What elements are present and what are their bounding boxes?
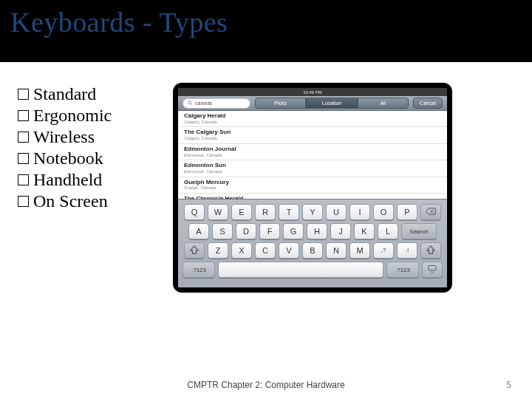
key[interactable]: D [236, 223, 256, 239]
status-time: 10:49 PM [303, 90, 322, 95]
row-sub: Guelph, Canada [184, 185, 441, 191]
key[interactable]: B [302, 242, 323, 259]
results-list[interactable]: Calgary HeraldCalgary, Canada The Calgar… [178, 111, 447, 199]
key[interactable]: C [255, 242, 276, 259]
key[interactable]: E [231, 204, 252, 220]
backspace-key[interactable] [420, 204, 441, 220]
key[interactable]: Z [208, 242, 228, 259]
row-title: Edmonton Sun [184, 163, 441, 169]
bullet-marker [18, 110, 29, 121]
list-item: Guelph MercuryGuelph, Canada [178, 177, 447, 194]
row-sub: Calgary, Canada [184, 120, 441, 125]
key[interactable]: A [188, 223, 209, 239]
bullet-label: Notebook [33, 149, 103, 168]
bullet-list: Standard Ergonomic Wireless Notebook Han… [18, 84, 166, 362]
key[interactable]: R [255, 204, 276, 220]
list-item: The Calgary SunCalgary, Canada [178, 127, 447, 143]
key[interactable]: T [279, 204, 299, 220]
slide-body: Standard Ergonomic Wireless Notebook Han… [0, 62, 532, 362]
key[interactable]: L [378, 223, 398, 239]
keyboard-row: .?123 .?123 [183, 262, 443, 278]
key[interactable]: W [208, 204, 228, 220]
keyboard-row: Q W E R T Y U I O P [183, 204, 443, 220]
page-number: 5 [506, 380, 511, 390]
onscreen-keyboard[interactable]: Q W E R T Y U I O P [178, 199, 447, 287]
ipad-illustration: 10:49 PM canada Picks Location All [177, 84, 517, 362]
bullet-marker [18, 196, 29, 207]
ipad-bezel: 10:49 PM canada Picks Location All [173, 83, 452, 293]
bullet-item: Standard [18, 84, 166, 104]
keyboard-row: A S D F G H J K L Search [183, 223, 443, 239]
search-input[interactable]: canada [183, 98, 250, 109]
row-title: The Calgary Sun [184, 129, 441, 136]
toolbar: canada Picks Location All Cancel [178, 96, 447, 111]
keyboard-row: Z X C V B N M ,? .! [183, 242, 443, 259]
spacebar-key[interactable] [218, 262, 383, 278]
search-key[interactable]: Search [401, 223, 437, 239]
bullet-marker [18, 132, 29, 143]
key[interactable]: P [397, 204, 417, 220]
keyboard-hide-icon [428, 265, 437, 275]
row-sub: Edmonton, Canada [184, 169, 441, 174]
key[interactable]: J [330, 223, 351, 239]
bullet-marker [18, 153, 29, 164]
bullet-item: Wireless [18, 127, 166, 147]
svg-point-0 [188, 100, 191, 103]
bullet-item: Handheld [18, 170, 166, 190]
bullet-marker [18, 174, 29, 185]
key[interactable]: Y [302, 204, 323, 220]
list-item: The Chronicle HeraldHalifax, Canada [178, 194, 447, 199]
numbers-key[interactable]: .?123 [183, 262, 215, 278]
key[interactable]: F [259, 223, 280, 239]
segment[interactable]: Picks [255, 98, 306, 109]
key[interactable]: K [354, 223, 375, 239]
key[interactable]: N [326, 242, 347, 259]
bullet-label: Ergonomic [33, 106, 112, 126]
key[interactable]: M [349, 242, 370, 259]
key[interactable]: H [307, 223, 327, 239]
row-sub: Edmonton, Canada [184, 153, 441, 158]
segment-selected[interactable]: Location [306, 98, 357, 109]
shift-icon [190, 245, 199, 256]
numbers-key[interactable]: .?123 [386, 262, 419, 278]
key[interactable]: I [349, 204, 370, 220]
list-item: Edmonton JournalEdmonton, Canada [178, 144, 447, 160]
key[interactable]: X [231, 242, 252, 259]
bullet-marker [18, 89, 29, 100]
row-title: Edmonton Journal [184, 146, 441, 153]
bullet-item: Notebook [18, 149, 166, 168]
title-bar: Keyboards - Types [0, 0, 532, 62]
key[interactable]: Q [184, 204, 205, 220]
key[interactable]: U [326, 204, 347, 220]
bullet-item: On Screen [18, 191, 166, 211]
key[interactable]: S [212, 223, 233, 239]
ipad-screen: 10:49 PM canada Picks Location All [178, 88, 447, 287]
shift-key[interactable] [184, 242, 205, 259]
bullet-label: Wireless [33, 127, 95, 147]
backspace-icon [426, 208, 436, 216]
segmented-control[interactable]: Picks Location All [255, 98, 409, 109]
svg-line-1 [191, 103, 192, 105]
key-punct[interactable]: ,? [373, 242, 394, 259]
slide-title: Keyboards - Types [10, 6, 228, 38]
search-icon [188, 100, 193, 106]
cancel-button[interactable]: Cancel [413, 98, 443, 109]
bullet-label: Standard [33, 84, 96, 104]
row-sub: Calgary, Canada [184, 136, 441, 141]
key[interactable]: V [279, 242, 299, 259]
search-value: canada [195, 100, 212, 106]
shift-key[interactable] [420, 242, 441, 259]
bullet-label: On Screen [33, 191, 108, 211]
key[interactable]: O [373, 204, 394, 220]
bullet-label: Handheld [33, 170, 102, 190]
key-punct[interactable]: .! [397, 242, 417, 259]
row-title: Calgary Herald [184, 113, 441, 120]
key[interactable]: G [283, 223, 304, 239]
row-title: Guelph Mercury [184, 180, 441, 186]
segment[interactable]: All [358, 98, 409, 109]
hide-keyboard-key[interactable] [422, 262, 443, 278]
list-item: Edmonton SunEdmonton, Canada [178, 160, 447, 177]
bullet-item: Ergonomic [18, 106, 166, 126]
footer-text: CMPTR Chapter 2: Computer Hardware [0, 380, 532, 390]
status-bar: 10:49 PM [178, 88, 447, 96]
